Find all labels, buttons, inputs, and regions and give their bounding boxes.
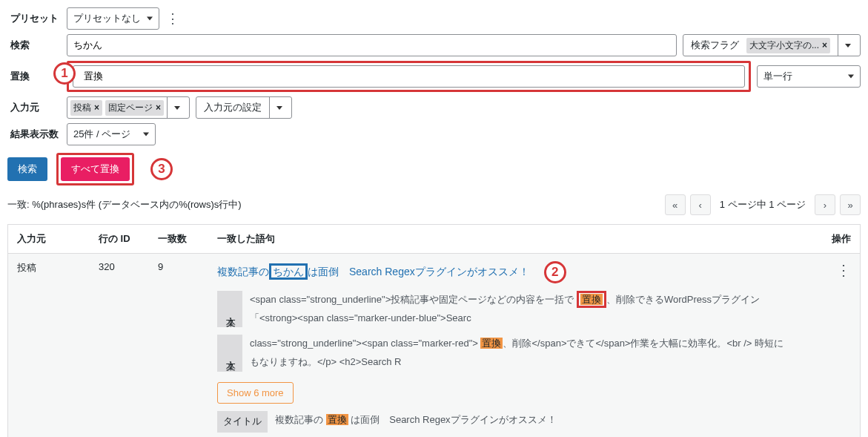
content-body-1: <span class="strong_underline">投稿記事や固定ペー… [250, 291, 792, 327]
chevron-down-icon [276, 106, 282, 110]
search-input[interactable] [67, 34, 677, 56]
col-header-source: 入力元 [17, 232, 99, 246]
col-header-phrase: 一致した語句 [217, 232, 806, 246]
row-matches: 9 [158, 261, 217, 272]
search-button[interactable]: 検索 [7, 157, 47, 181]
content-body-2: class="strong_underline"><span class="ma… [250, 335, 792, 371]
callout-badge-1: 1 [53, 62, 76, 85]
content-tag-title: タイトル [217, 411, 268, 433]
search-flags-pill: 大文字小文字の... × [746, 38, 830, 53]
pager-last[interactable]: » [840, 194, 861, 215]
replace-highlight-callout: 置換 [577, 291, 606, 308]
search-flags-box[interactable]: 検索フラグ 大文字小文字の... × [683, 34, 861, 56]
remove-flag-icon[interactable]: × [822, 40, 827, 50]
chevron-down-icon [143, 133, 149, 137]
replace-all-button[interactable]: すべて置換 [61, 157, 130, 181]
replace-input[interactable] [73, 65, 745, 88]
col-header-matches: 一致数 [158, 232, 217, 246]
preset-label: プリセット [7, 12, 67, 25]
pager-prev[interactable]: ‹ [690, 194, 711, 215]
matches-summary: 一致: %(phrases)s件 (データベース内の%(rows)s行中) [7, 198, 242, 211]
preset-menu-icon[interactable] [165, 10, 180, 27]
source-pill-post: 投稿 × [70, 100, 102, 116]
chevron-down-icon [848, 75, 854, 79]
source-pill-page: 固定ページ × [105, 100, 164, 116]
remove-page-icon[interactable]: × [156, 102, 161, 113]
chevron-down-icon [147, 17, 153, 21]
perpage-label: 結果表示数 [7, 128, 67, 141]
pager-next[interactable]: › [815, 194, 835, 215]
pager-first[interactable]: « [665, 194, 686, 215]
col-header-ops: 操作 [806, 232, 851, 246]
chevron-down-icon [845, 44, 851, 47]
search-flags-dropdown[interactable] [838, 35, 857, 56]
replace-highlight: 置換 [326, 414, 348, 425]
source-settings-select[interactable]: 入力元の設定 [196, 96, 292, 119]
source-dropdown[interactable] [167, 97, 186, 118]
content-tag-body: 本文 [217, 335, 242, 371]
row-source: 投稿 [17, 261, 99, 275]
search-match-highlight: ちかん [269, 263, 308, 280]
callout-badge-3: 3 [150, 158, 173, 180]
preset-value: プリセットなし [73, 12, 141, 25]
source-select[interactable]: 投稿 × 固定ページ × [67, 96, 190, 119]
row-actions-icon[interactable]: ⋮ [836, 262, 851, 278]
source-label: 入力元 [7, 101, 67, 114]
content-tag-body: 本文 [217, 291, 242, 327]
remove-post-icon[interactable]: × [94, 102, 99, 113]
preset-select[interactable]: プリセットなし [67, 7, 159, 30]
search-label: 検索 [7, 39, 67, 52]
table-row: 投稿 320 9 複数記事のちかんは面倒 Search Regexプラグインがオ… [8, 254, 860, 437]
callout-badge-2: 2 [544, 261, 566, 283]
results-table: 入力元 行の ID 一致数 一致した語句 操作 投稿 320 9 複数記事のちか… [7, 224, 861, 437]
perpage-select[interactable]: 25件 / ページ [67, 123, 156, 145]
replace-all-callout-frame: すべて置換 [56, 153, 134, 185]
show-more-button[interactable]: Show 6 more [217, 382, 294, 404]
source-settings-dropdown[interactable] [269, 97, 288, 118]
replace-callout-frame [67, 61, 751, 92]
chevron-down-icon [174, 106, 180, 110]
search-flags-label: 検索フラグ [686, 39, 743, 52]
col-header-id: 行の ID [99, 232, 158, 246]
replace-mode-select[interactable]: 単一行 [757, 65, 861, 88]
row-id: 320 [99, 261, 158, 272]
result-title-link[interactable]: 複数記事のちかんは面倒 Search Regexプラグインがオススメ！ [217, 266, 529, 279]
pager-top: « ‹ 1 ページ中 1 ページ › » [665, 194, 861, 215]
replace-highlight: 置換 [480, 338, 503, 349]
content-title-line: 複数記事の 置換 は面倒 Search Regexプラグインがオススメ！ [275, 411, 792, 433]
pager-text: 1 ページ中 1 ページ [715, 198, 810, 211]
